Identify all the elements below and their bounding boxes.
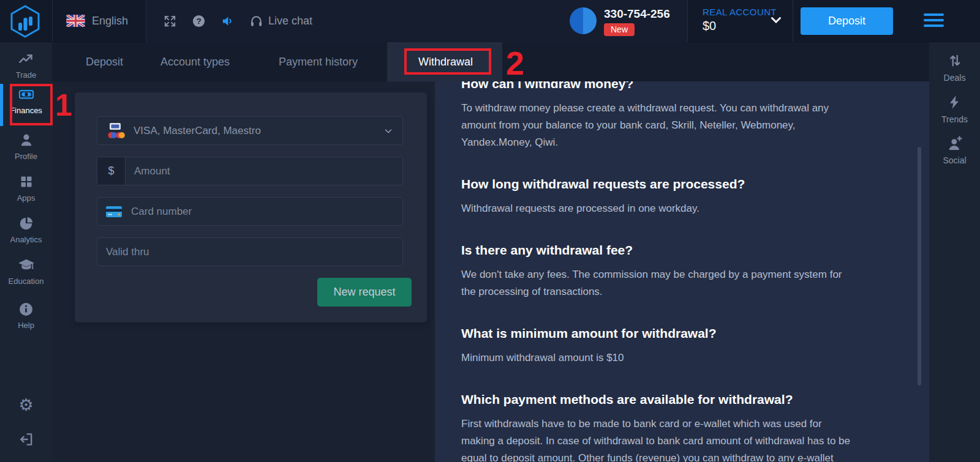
- faq-answer: Minimum withdrawal amount is $10: [461, 349, 858, 367]
- header-divider: [687, 0, 688, 42]
- faq-answer: We don't take any fees. The commission m…: [461, 266, 858, 300]
- logout-button[interactable]: [0, 430, 52, 449]
- settings-button[interactable]: ⚙: [0, 396, 52, 414]
- faq-question: Which payment methods are available for …: [461, 391, 858, 408]
- sidebar-item-label: Education: [0, 277, 52, 286]
- sidebar-item-trends[interactable]: Trends: [929, 92, 980, 124]
- sidebar-item-deals[interactable]: Deals: [929, 51, 980, 83]
- card-brands-icon: [105, 122, 125, 140]
- sidebar-item-finances[interactable]: Finances: [0, 85, 52, 115]
- pie-chart-icon: [0, 214, 52, 233]
- faq-answer: Withdrawal requests are processed in one…: [461, 200, 858, 217]
- chevron-down-icon: [383, 125, 394, 136]
- header-divider: [146, 0, 146, 42]
- valid-thru-field-row: [97, 237, 403, 266]
- sidebar-item-label: Deals: [929, 73, 980, 83]
- platform-logo-icon[interactable]: [9, 4, 42, 39]
- live-chat-button[interactable]: Live chat: [268, 0, 312, 42]
- menu-icon[interactable]: [924, 13, 944, 30]
- sidebar-item-trade[interactable]: Trade: [0, 50, 52, 80]
- withdrawal-faq-column: How can I withdraw money? To withdraw mo…: [435, 81, 929, 462]
- faq-question: Is there any withdrawal fee?: [461, 242, 858, 259]
- grid-icon: [0, 173, 52, 191]
- scrollbar-thumb[interactable]: [918, 147, 921, 386]
- help-circle-icon[interactable]: ?: [192, 14, 206, 28]
- tab-withdrawal[interactable]: Withdrawal: [418, 42, 473, 81]
- tab-payment-history[interactable]: Payment history: [279, 42, 358, 81]
- new-badge: New: [604, 23, 635, 36]
- sidebar-item-label: Trade: [0, 70, 52, 80]
- left-sidebar: Trade Finances Profile Apps: [0, 42, 52, 462]
- deposit-button[interactable]: Deposit: [801, 7, 893, 35]
- sidebar-item-label: Trends: [929, 114, 980, 124]
- finances-tab-bar: Deposit Account types Payment history Wi…: [52, 42, 929, 81]
- fullscreen-icon[interactable]: [163, 14, 177, 28]
- faq-answer: First withdrawals have to be made to ban…: [461, 415, 858, 462]
- account-switcher[interactable]: REAL ACCOUNT $0: [703, 7, 777, 33]
- payment-method-value: VISA, MasterCard, Maestro: [125, 125, 383, 137]
- header-divider: [793, 0, 793, 42]
- tab-deposit[interactable]: Deposit: [86, 42, 123, 81]
- avatar[interactable]: [570, 7, 597, 34]
- credit-card-icon: [105, 205, 123, 218]
- lightning-icon: [929, 92, 980, 112]
- chevron-down-icon[interactable]: [771, 16, 782, 27]
- faq-question: What is minimum amount for withdrawal?: [461, 325, 858, 342]
- faq-question: How long withdrawal requests are process…: [461, 176, 858, 193]
- sidebar-item-label: Analytics: [0, 235, 52, 244]
- logout-icon: [0, 430, 52, 449]
- valid-thru-input[interactable]: [97, 238, 402, 266]
- trend-up-icon: [0, 50, 52, 68]
- tab-account-types[interactable]: Account types: [160, 42, 230, 81]
- user-icon: [0, 131, 52, 149]
- account-balance: $0: [703, 19, 777, 33]
- sidebar-item-label: Profile: [0, 152, 52, 161]
- svg-text:?: ?: [196, 17, 201, 26]
- sidebar-item-education[interactable]: Education: [0, 256, 52, 286]
- sidebar-item-help[interactable]: Help: [0, 300, 52, 330]
- banknote-icon: [0, 85, 52, 103]
- header-divider: [52, 0, 53, 42]
- withdrawal-form-column: VISA, MasterCard, Maestro $: [52, 81, 435, 462]
- faq-question: How can I withdraw money?: [461, 81, 858, 92]
- amount-field-row: $: [97, 157, 403, 185]
- sidebar-item-label: Apps: [0, 193, 52, 203]
- sidebar-item-analytics[interactable]: Analytics: [0, 214, 52, 244]
- new-request-button[interactable]: New request: [317, 278, 412, 307]
- sidebar-item-label: Help: [0, 321, 52, 330]
- withdrawal-form-panel: VISA, MasterCard, Maestro $: [75, 92, 427, 322]
- top-bar: English ? Live chat 330-754-256 New REAL…: [0, 0, 980, 42]
- gear-icon: ⚙: [18, 396, 33, 414]
- account-type-label: REAL ACCOUNT: [703, 7, 777, 17]
- payment-method-select[interactable]: VISA, MasterCard, Maestro: [97, 116, 403, 145]
- currency-prefix: $: [97, 157, 126, 185]
- amount-input[interactable]: [126, 157, 402, 185]
- faq-content: How can I withdraw money? To withdraw mo…: [435, 81, 894, 462]
- account-id: 330-754-256: [604, 7, 670, 21]
- graduation-cap-icon: [0, 256, 52, 274]
- right-sidebar: Deals Trends Social: [929, 42, 980, 462]
- sidebar-item-label: Social: [929, 155, 980, 165]
- language-selector[interactable]: English: [92, 0, 128, 42]
- faq-answer: To withdraw money please create a withdr…: [461, 100, 858, 151]
- headset-icon[interactable]: [249, 14, 263, 28]
- user-plus-icon: [929, 133, 980, 153]
- sidebar-item-apps[interactable]: Apps: [0, 173, 52, 203]
- card-number-field-row: [97, 197, 403, 226]
- arrows-up-down-icon: [929, 51, 980, 70]
- sidebar-item-label: Finances: [0, 106, 52, 115]
- uk-flag-icon: [66, 15, 85, 27]
- sidebar-item-social[interactable]: Social: [929, 133, 980, 165]
- sound-icon[interactable]: [221, 14, 235, 28]
- info-icon: [0, 300, 52, 318]
- card-number-input[interactable]: [123, 198, 402, 225]
- sidebar-item-profile[interactable]: Profile: [0, 131, 52, 161]
